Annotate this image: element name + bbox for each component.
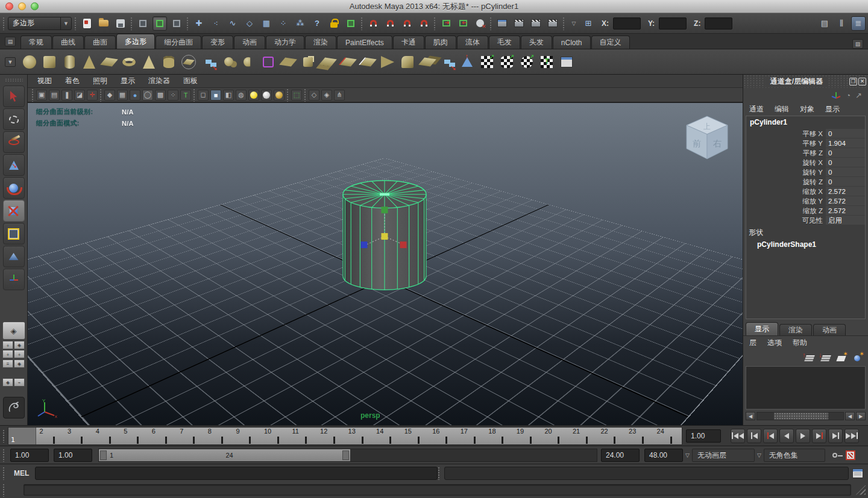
view-cube[interactable]: 上 前 右 bbox=[687, 116, 728, 159]
wireframe-on-shaded-icon[interactable]: ◧ bbox=[223, 90, 234, 101]
coord-dropdown-caret[interactable]: ▽ bbox=[568, 16, 580, 31]
new-scene-button[interactable] bbox=[80, 16, 94, 31]
auto-keyframe-toggle[interactable] bbox=[844, 449, 857, 461]
wireframe-mode-icon[interactable]: ◻ bbox=[198, 90, 209, 101]
animation-end-field[interactable]: 48.00 bbox=[644, 449, 683, 462]
z-coordinate-field[interactable] bbox=[705, 17, 732, 30]
hypergraph-layout-button[interactable]: ⌁ bbox=[14, 378, 25, 387]
close-window-button[interactable] bbox=[5, 2, 13, 10]
slide-arrow-icon[interactable]: ↗ bbox=[855, 91, 862, 100]
layer-tab-render[interactable]: 渲染 bbox=[779, 324, 812, 335]
command-input[interactable] bbox=[35, 467, 438, 480]
drag-grip[interactable] bbox=[2, 449, 5, 462]
menu-show[interactable]: 显示 bbox=[825, 104, 840, 114]
shelf-item-extrude[interactable] bbox=[299, 53, 317, 71]
shelf-item-poly-cylinder[interactable] bbox=[60, 53, 78, 71]
shelf-tab[interactable]: 毛发 bbox=[489, 36, 520, 49]
manip-axis-icon[interactable] bbox=[831, 91, 841, 99]
menu-object[interactable]: 对象 bbox=[800, 104, 814, 114]
current-time-field[interactable]: 1.00 bbox=[686, 429, 721, 443]
menu-panels[interactable]: 面板 bbox=[183, 76, 198, 86]
shelf-tab[interactable]: PaintEffects bbox=[337, 36, 392, 49]
drag-grip[interactable] bbox=[99, 89, 102, 102]
menu-lighting[interactable]: 照明 bbox=[93, 76, 107, 86]
shelf-item-spherical-mapping[interactable] bbox=[518, 53, 536, 71]
drag-grip[interactable] bbox=[31, 89, 34, 102]
snap-spray-button[interactable]: ⁂ bbox=[293, 16, 307, 31]
shelf-item-cylindrical-mapping[interactable] bbox=[498, 53, 516, 71]
menu-view[interactable]: 视图 bbox=[37, 76, 52, 86]
input-connections-button[interactable] bbox=[439, 16, 453, 31]
shelf-item-boolean-difference[interactable] bbox=[239, 53, 257, 71]
viewport-3d[interactable]: 上 前 右 细分曲面当前级别: N/A 细分曲面模式: N/A pers bbox=[28, 102, 743, 425]
shape-node-name[interactable]: pCylinderShape1 bbox=[746, 239, 865, 250]
xray-mode-icon[interactable]: ◇ bbox=[309, 90, 319, 101]
shelf-item-bridge[interactable] bbox=[319, 53, 337, 71]
paint-selection-tool[interactable] bbox=[3, 131, 25, 153]
exposure-share-icon[interactable]: ⋔ bbox=[334, 90, 345, 101]
drag-grip[interactable] bbox=[5, 78, 23, 82]
snap-to-grid-button[interactable] bbox=[366, 16, 380, 31]
textured-mode-icon[interactable]: ◍ bbox=[236, 90, 247, 101]
universal-manipulator-tool[interactable] bbox=[3, 223, 25, 244]
create-layer-from-selected-icon[interactable]: ✶ bbox=[852, 353, 863, 361]
move-layer-down-icon[interactable]: ↓ bbox=[820, 353, 831, 361]
shelf-editor-icon[interactable]: ▨ bbox=[852, 39, 863, 49]
scrollbar-thumb[interactable] bbox=[774, 412, 828, 420]
shelf-tab-selector-icon[interactable]: ▤ bbox=[5, 37, 16, 46]
dragon-layout-button[interactable] bbox=[3, 397, 25, 419]
playback-start-field[interactable]: 1.00 bbox=[54, 449, 92, 462]
drag-grip[interactable] bbox=[360, 17, 363, 30]
range-slider-track[interactable]: 1 24 bbox=[98, 449, 597, 462]
shelf-item-poly-sphere[interactable] bbox=[20, 53, 39, 71]
drag-grip[interactable] bbox=[286, 89, 289, 102]
bookmark-icon[interactable]: ❚ bbox=[61, 90, 72, 101]
smooth-shade-mode-icon[interactable]: ■ bbox=[210, 90, 221, 101]
drag-grip[interactable] bbox=[304, 89, 307, 102]
attribute-editor-toggle[interactable]: ▤ bbox=[817, 16, 832, 31]
step-forward-key-button[interactable] bbox=[812, 429, 826, 443]
scrollbar-track[interactable] bbox=[756, 412, 844, 420]
shelf-item-combine[interactable] bbox=[200, 53, 218, 71]
scroll-left2-icon[interactable]: ◀ bbox=[845, 412, 855, 420]
playback-range-bar[interactable]: 1 24 bbox=[99, 449, 350, 461]
shelf-item-poly-cube[interactable] bbox=[40, 53, 58, 71]
shelf-tab-active[interactable]: 多边形 bbox=[116, 34, 155, 49]
close-panel-icon[interactable]: ✕ bbox=[858, 78, 866, 86]
play-backwards-button[interactable] bbox=[779, 429, 794, 443]
rotate-tool[interactable] bbox=[3, 177, 25, 199]
current-frame-indicator[interactable]: 1 bbox=[8, 428, 36, 444]
highlight-selection-button[interactable] bbox=[344, 16, 358, 31]
scroll-left-icon[interactable]: ◀ bbox=[746, 412, 755, 420]
lock-selection-button[interactable] bbox=[327, 16, 341, 31]
selection-mode-dropdown[interactable]: 多边形 ▼ bbox=[8, 17, 72, 30]
shelf-tab[interactable]: 曲线 bbox=[52, 36, 84, 49]
shelf-tab[interactable]: nCloth bbox=[553, 36, 591, 49]
lasso-tool[interactable] bbox=[3, 108, 25, 130]
menu-help[interactable]: 帮助 bbox=[793, 338, 807, 348]
snap-lattice-button[interactable]: ▦ bbox=[259, 16, 274, 31]
character-set-select[interactable]: 无角色集 bbox=[764, 449, 825, 462]
four-pane-layout-button[interactable]: ＋ bbox=[2, 341, 13, 349]
split-pane-layout-button[interactable]: ＋ bbox=[14, 350, 25, 358]
snap-help-button[interactable]: ? bbox=[310, 16, 324, 31]
menu-edit[interactable]: 编辑 bbox=[775, 104, 789, 114]
drag-grip[interactable] bbox=[489, 17, 492, 30]
shelf-tab[interactable]: 常规 bbox=[20, 36, 52, 49]
shelf-item-poly-cone[interactable] bbox=[80, 53, 98, 71]
shelf-tab[interactable]: 细分曲面 bbox=[156, 36, 201, 49]
menu-layers[interactable]: 层 bbox=[749, 338, 756, 348]
select-hierarchy-button[interactable] bbox=[136, 16, 150, 31]
drag-grip[interactable] bbox=[433, 17, 436, 30]
go-to-end-button[interactable] bbox=[844, 429, 859, 443]
shelf-tab[interactable]: 动画 bbox=[234, 36, 265, 49]
output-connections-button[interactable] bbox=[456, 16, 470, 31]
all-lights-icon[interactable] bbox=[261, 90, 272, 101]
construction-history-button[interactable] bbox=[473, 16, 487, 31]
drag-grip[interactable] bbox=[2, 484, 5, 497]
snap-curves-button[interactable]: ∿ bbox=[225, 16, 240, 31]
play-forwards-button[interactable] bbox=[796, 429, 810, 443]
resolution-gate-icon[interactable]: ● bbox=[130, 90, 140, 101]
shelf-item-insert-edge-loop[interactable] bbox=[339, 53, 357, 71]
drag-grip[interactable] bbox=[130, 17, 133, 30]
